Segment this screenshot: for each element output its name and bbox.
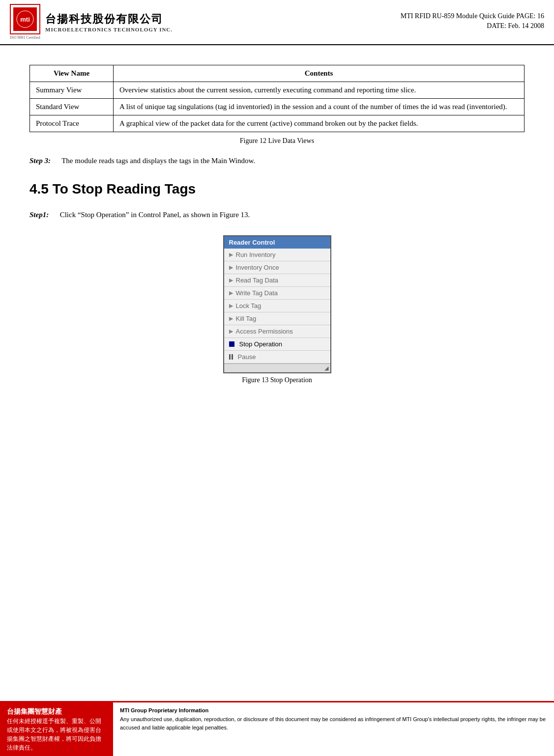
menu-label-run-inventory: Run Inventory [236,251,276,258]
view-name-protocol: Protocol Trace [30,115,114,132]
header-doc-info: MTI RFID RU-859 Module Quick Guide PAGE:… [401,4,544,40]
doc-date: DATE: Feb. 14 2008 [401,22,544,30]
menu-item-inventory-once[interactable]: ▶ Inventory Once [224,261,330,274]
menu-item-lock-tag[interactable]: ▶ Lock Tag [224,300,330,312]
menu-item-pause[interactable]: Pause [224,351,330,364]
figure13-caption: Figure 13 Stop Operation [242,376,312,384]
main-content: View Name Contents Summary View Overview… [0,45,554,414]
menu-label-access-permissions: Access Permissions [236,328,293,335]
reader-control-panel: Reader Control ▶ Run Inventory ▶ Invento… [223,235,331,373]
step1-text: Click “Stop Operation” in Control Panel,… [60,211,250,219]
section-45-heading: 4.5 To Stop Reading Tags [29,181,525,197]
arrow-icon: ▶ [229,264,233,271]
figure12-caption: Figure 12 Live Data Views [29,137,525,145]
arrow-icon: ▶ [229,303,233,309]
menu-item-kill-tag[interactable]: ▶ Kill Tag [224,312,330,325]
views-table: View Name Contents Summary View Overview… [29,65,525,132]
logo-box: mti [10,4,40,34]
logo-block: mti ISO 9001 Certified 台揚科技股份有限公司 MICROE… [10,4,173,40]
stop-icon [229,341,234,347]
menu-label-pause: Pause [238,353,256,361]
view-name-summary: Summary View [30,82,114,98]
menu-item-write-tag-data[interactable]: ▶ Write Tag Data [224,287,330,300]
doc-title: MTI RFID RU-859 Module Quick Guide PAGE:… [401,12,544,20]
reader-control-title: Reader Control [224,236,330,249]
arrow-icon: ▶ [229,328,233,335]
step1-label: Step1: [29,211,49,219]
view-contents-summary: Overview statistics about the current se… [114,82,525,98]
panel-resize-icon: ◢ [324,365,328,371]
page-footer: 台揚集團智慧財產 任何未經授權逕予複製、重製、公開或使用本文之行為，將被視為侵害… [0,701,554,756]
col-view-name-header: View Name [30,65,114,82]
menu-item-stop-operation[interactable]: Stop Operation [224,338,330,351]
page-header: mti ISO 9001 Certified 台揚科技股份有限公司 MICROE… [0,0,554,45]
table-row: Standard View A list of unique tag singu… [30,98,525,115]
table-section: View Name Contents Summary View Overview… [29,65,525,145]
footer-chinese-text: 任何未經授權逕予複製、重製、公開或使用本文之行為，將被視為侵害台揚集團之智慧財產… [7,717,106,752]
company-name-block: 台揚科技股份有限公司 MICROELECTRONICS TECHNOLOGY I… [45,12,173,32]
pause-icon [229,354,233,360]
menu-label-lock-tag: Lock Tag [236,302,262,309]
menu-label-read-tag-data: Read Tag Data [236,277,279,284]
step1-paragraph: Step1: Click “Stop Operation” in Control… [29,209,525,221]
menu-item-run-inventory[interactable]: ▶ Run Inventory [224,249,330,261]
menu-label-stop-operation: Stop Operation [239,340,282,348]
step3-label: Step 3: [29,157,51,165]
arrow-icon: ▶ [229,252,233,258]
view-contents-standard: A list of unique tag singulations (tag i… [114,98,525,115]
col-contents-header: Contents [114,65,525,82]
menu-label-kill-tag: Kill Tag [236,315,257,322]
menu-label-inventory-once: Inventory Once [236,264,279,271]
figure13-area: Reader Control ▶ Run Inventory ▶ Invento… [29,235,525,394]
footer-title: 台揚集團智慧財產 [7,706,106,717]
company-chinese: 台揚科技股份有限公司 [45,12,173,27]
svg-text:mti: mti [20,16,30,23]
table-row: Protocol Trace A graphical view of the p… [30,115,525,132]
footer-disclaimer-text: Any unauthorized use, duplication, repro… [120,716,546,731]
footer-right: MTI Group Proprietary Information Any un… [113,702,554,756]
menu-item-read-tag-data[interactable]: ▶ Read Tag Data [224,274,330,287]
step3-paragraph: Step 3: The module reads tags and displa… [29,155,525,167]
arrow-icon: ▶ [229,277,233,283]
view-name-standard: Standard View [30,98,114,115]
company-english: MICROELECTRONICS TECHNOLOGY INC. [45,27,173,32]
arrow-icon: ▶ [229,315,233,322]
footer-left: 台揚集團智慧財產 任何未經授權逕予複製、重製、公開或使用本文之行為，將被視為侵害… [0,702,113,756]
panel-bottom: ◢ [224,364,330,372]
view-contents-protocol: A graphical view of the packet data for … [114,115,525,132]
arrow-icon: ▶ [229,290,233,296]
footer-bold-text: MTI Group Proprietary Information [120,707,208,713]
menu-item-access-permissions[interactable]: ▶ Access Permissions [224,325,330,338]
logo-icon: mti [13,7,37,31]
step3-text: The module reads tags and displays the t… [61,157,255,165]
iso-badge: ISO 9001 Certified [10,35,40,40]
table-row: Summary View Overview statistics about t… [30,82,525,98]
menu-label-write-tag-data: Write Tag Data [236,289,278,297]
